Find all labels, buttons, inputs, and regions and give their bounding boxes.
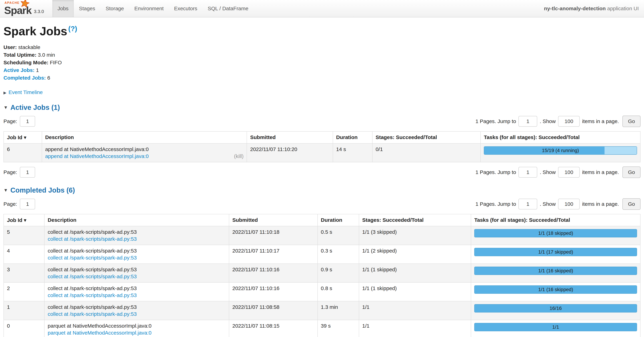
show-text: . Show: [540, 201, 556, 207]
job-detail-link[interactable]: collect at /spark-scripts/spark-ad.py:53: [48, 236, 137, 242]
header-submitted[interactable]: Submitted: [247, 131, 333, 143]
tab-environment[interactable]: Environment: [129, 0, 169, 17]
active-jobs-count: 1: [36, 67, 39, 73]
pages-jump-text: 1 Pages. Jump to: [476, 118, 516, 124]
tasks-cell: 1/1 (16 skipped): [471, 264, 640, 283]
tab-sql-dataframe[interactable]: SQL / DataFrame: [202, 0, 254, 17]
tasks-cell: 1/1: [471, 320, 640, 337]
header-duration[interactable]: Duration: [333, 131, 372, 143]
items-per-page-input[interactable]: [558, 167, 580, 178]
go-button[interactable]: Go: [622, 166, 640, 178]
tasks-cell: 1/1 (17 skipped): [471, 245, 640, 264]
progress-label: 1/1: [474, 323, 637, 331]
header-tasks[interactable]: Tasks (for all stages): Succeeded/Total: [471, 214, 640, 226]
uptime-value: 3.0 min: [38, 52, 55, 58]
progress-label: 1/1 (16 skipped): [474, 267, 637, 275]
help-link[interactable]: (?): [68, 25, 77, 32]
duration-cell: 0.3 s: [318, 245, 359, 264]
table-row: 5 collect at /spark-scripts/spark-ad.py:…: [4, 226, 640, 245]
header-description[interactable]: Description: [44, 214, 229, 226]
progress-label: 1/1 (17 skipped): [474, 248, 637, 256]
pages-jump-text: 1 Pages. Jump to: [476, 169, 516, 175]
submitted-cell: 2022/11/07 11:10:18: [229, 226, 318, 245]
job-description: parquet at NativeMethodAccessorImpl.java…: [48, 323, 226, 329]
description-cell: collect at /spark-scripts/spark-ad.py:53…: [44, 245, 229, 264]
show-text: . Show: [540, 118, 556, 124]
event-timeline-label: Event Timeline: [8, 89, 43, 95]
header-duration[interactable]: Duration: [318, 214, 359, 226]
job-detail-link[interactable]: parquet at NativeMethodAccessorImpl.java…: [48, 330, 152, 336]
page-number-input[interactable]: [20, 116, 35, 127]
header-stages[interactable]: Stages: Succeeded/Total: [372, 131, 480, 143]
page-number-input[interactable]: [20, 167, 35, 178]
stages-cell: 1/1 (1 skipped): [359, 283, 471, 301]
job-description: collect at /spark-scripts/spark-ad.py:53: [48, 304, 226, 310]
progress-label: 16/16: [474, 305, 637, 312]
stages-cell: 1/1 (2 skipped): [359, 245, 471, 264]
description-cell: collect at /spark-scripts/spark-ad.py:53…: [44, 283, 229, 301]
application-suffix: application UI: [607, 5, 639, 11]
duration-cell: 14 s: [333, 143, 372, 162]
completed-jobs-link[interactable]: Completed Jobs:: [4, 75, 46, 81]
duration-cell: 0.8 s: [318, 283, 359, 301]
completed-jobs-section-header[interactable]: ▼ Completed Jobs (6): [4, 186, 640, 194]
stages-cell: 1/1: [359, 301, 471, 320]
top-navbar: APACHE Spark 3.3.0 Jobs Stages Storage E…: [0, 0, 644, 17]
kill-job-link[interactable]: (kill): [234, 153, 244, 159]
items-per-page-input[interactable]: [558, 199, 580, 209]
job-detail-link[interactable]: collect at /spark-scripts/spark-ad.py:53: [48, 255, 137, 261]
job-description: append at NativeMethodAccessorImpl.java:…: [45, 146, 244, 152]
user-value: stackable: [18, 44, 40, 50]
duration-cell: 39 s: [318, 320, 359, 337]
tab-stages[interactable]: Stages: [74, 0, 100, 17]
progress-label: 1/1 (16 skipped): [474, 286, 637, 293]
active-jobs-link[interactable]: Active Jobs:: [4, 67, 34, 73]
tab-jobs[interactable]: Jobs: [52, 0, 74, 17]
scheduling-mode-label: Scheduling Mode:: [4, 60, 48, 65]
job-detail-link[interactable]: collect at /spark-scripts/spark-ad.py:53: [48, 292, 137, 298]
submitted-cell: 2022/11/07 11:08:58: [229, 301, 318, 320]
nav-tabs: Jobs Stages Storage Environment Executor…: [52, 0, 254, 17]
items-text: items in a page.: [582, 201, 619, 207]
table-header-row: Job Id ▾ Description Submitted Duration …: [4, 214, 640, 226]
header-description[interactable]: Description: [42, 131, 247, 143]
page-label: Page:: [4, 169, 17, 175]
job-detail-link[interactable]: collect at /spark-scripts/spark-ad.py:53: [48, 311, 137, 317]
job-detail-link[interactable]: collect at /spark-scripts/spark-ad.py:53: [48, 274, 137, 280]
header-submitted[interactable]: Submitted: [229, 214, 318, 226]
description-cell: collect at /spark-scripts/spark-ad.py:53…: [44, 301, 229, 320]
progress-label: 1/1 (18 skipped): [474, 229, 637, 237]
application-label: ny-tlc-anomaly-detection application UI: [544, 5, 644, 11]
pages-jump-text: 1 Pages. Jump to: [476, 201, 516, 207]
go-button[interactable]: Go: [622, 198, 640, 210]
header-stages[interactable]: Stages: Succeeded/Total: [359, 214, 471, 226]
completed-jobs-table: Job Id ▾ Description Submitted Duration …: [4, 214, 640, 337]
active-jobs-title: Active Jobs (1): [10, 104, 60, 111]
spark-logo[interactable]: APACHE Spark 3.3.0: [0, 0, 47, 17]
description-cell: parquet at NativeMethodAccessorImpl.java…: [44, 320, 229, 337]
tasks-progress-bar: 1/1 (16 skipped): [474, 285, 637, 294]
go-button[interactable]: Go: [622, 116, 640, 127]
job-description: collect at /spark-scripts/spark-ad.py:53: [48, 229, 226, 235]
jump-to-page-input[interactable]: [518, 167, 537, 178]
event-timeline-toggle[interactable]: ▶Event Timeline: [4, 89, 640, 95]
job-id-cell: 6: [4, 143, 42, 162]
duration-cell: 0.5 s: [318, 226, 359, 245]
page-number-input[interactable]: [20, 199, 35, 209]
collapse-arrow-icon: ▼: [4, 188, 8, 193]
completed-jobs-title: Completed Jobs (6): [10, 186, 75, 194]
tasks-cell: 15/19 (4 running): [480, 143, 640, 162]
header-tasks[interactable]: Tasks (for all stages): Succeeded/Total: [480, 131, 640, 143]
jump-to-page-input[interactable]: [518, 199, 537, 209]
pagination-bar: Page: 1 Pages. Jump to . Show items in a…: [4, 116, 640, 127]
job-detail-link[interactable]: append at NativeMethodAccessorImpl.java:…: [45, 153, 149, 159]
header-job-id[interactable]: Job Id ▾: [4, 214, 44, 226]
tab-storage[interactable]: Storage: [100, 0, 129, 17]
jump-to-page-input[interactable]: [518, 116, 537, 127]
active-jobs-section-header[interactable]: ▼ Active Jobs (1): [4, 104, 640, 111]
tasks-progress-bar: 1/1 (16 skipped): [474, 267, 637, 275]
header-job-id[interactable]: Job Id ▾: [4, 131, 42, 143]
tab-executors[interactable]: Executors: [169, 0, 202, 17]
items-per-page-input[interactable]: [558, 116, 580, 127]
page-content: Spark Jobs(?) User: stackable Total Upti…: [0, 24, 644, 337]
